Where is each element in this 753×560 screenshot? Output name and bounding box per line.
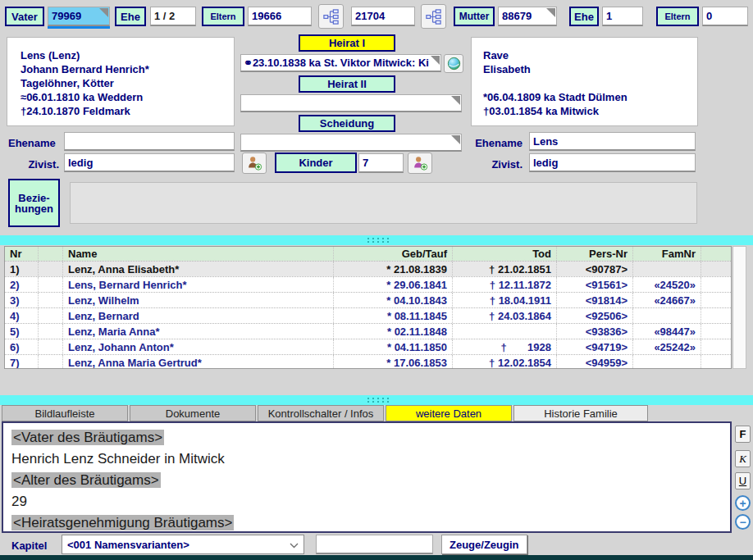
child-cell: 5) [5, 324, 38, 339]
child-row[interactable]: 3) Lenz, Wilhelm* 04.10.1843† 18.04.1911… [5, 292, 731, 307]
ehename-left-field[interactable] [64, 132, 235, 151]
child-cell [701, 324, 731, 339]
child-cell [701, 355, 731, 369]
add-son-button[interactable] [242, 153, 267, 174]
child-cell: † 12.11.1872 [452, 277, 556, 292]
child-cell: * 17.06.1853 [333, 355, 452, 369]
window-bottom-edge [0, 555, 753, 560]
child-row[interactable]: 5) Lenz, Maria Anna** 02.11.1848 <93836>… [5, 323, 731, 339]
scheidung-button[interactable]: Scheidung [299, 115, 395, 132]
zivist-left-field[interactable]: ledig [64, 153, 235, 172]
add-daughter-button[interactable] [408, 153, 432, 174]
editor-line: <Alter des Bräutigams> [11, 470, 722, 491]
heirat2-button[interactable]: Heirat II [299, 75, 395, 93]
ehe-mother-button[interactable]: Ehe [569, 7, 599, 26]
child-cell: 3) [5, 293, 38, 307]
father-info-line: ≈06.01.1810 ka Weddern [21, 90, 234, 104]
vater-button[interactable]: Vater [5, 7, 44, 26]
kapitel-dropdown[interactable]: <001 Namensvarianten> [62, 535, 304, 554]
child-cell: † 21.02.1851 [452, 262, 556, 276]
mother-info-line: Rave [483, 48, 697, 62]
pedigree-tree-icon [322, 8, 340, 25]
ehename-left-label: Ehename [8, 137, 56, 149]
weitere-daten-editor[interactable]: <Vater des Bräutigams>Henrich Lenz Schne… [2, 421, 732, 533]
zoom-out-button[interactable]: − [735, 514, 751, 530]
column-header [38, 247, 62, 261]
web-search-button[interactable] [444, 54, 463, 73]
child-row[interactable]: 6) Lenz, Johann Anton** 04.11.1850† 1928… [5, 339, 731, 354]
kinder-button[interactable]: Kinder [275, 153, 357, 173]
scheidung-field[interactable] [240, 134, 462, 152]
eltern-mother-button[interactable]: Eltern [656, 7, 699, 26]
father-info-line: †24.10.1870 Feldmark [21, 104, 234, 118]
child-cell: <93836> [556, 324, 632, 339]
zivist-left-label: Zivist. [20, 158, 59, 171]
father-info-line: Johann Bernard Henrich* [21, 62, 234, 76]
child-cell: 4) [5, 308, 38, 323]
child-row[interactable]: 4) Lenz, Bernard* 08.11.1845† 24.03.1864… [5, 307, 731, 323]
child-cell [38, 324, 62, 339]
ehe-father-field[interactable]: 1 / 2 [150, 7, 196, 26]
eltern-father-field[interactable]: 19666 [248, 7, 312, 26]
child-cell: Lenz, Maria Anna* [62, 324, 333, 339]
child-cell: <91814> [556, 293, 632, 307]
mother-summary-panel: RaveElisabeth *06.04.1809 ka Stadt Dülme… [471, 37, 698, 126]
child-cell [38, 293, 62, 307]
child-cell: Lenz, Anna Maria Gertrud* [62, 355, 333, 369]
child-cell: * 04.11.1850 [333, 339, 452, 354]
zoom-in-button[interactable]: + [735, 495, 751, 511]
child-cell: * 29.06.1841 [333, 277, 452, 292]
child-cell: 7) [5, 355, 38, 369]
tab-kontrollschalter-infos[interactable]: Kontrollschalter / Infos [258, 405, 384, 421]
mutter-id-field[interactable]: 88679 [498, 7, 557, 26]
tab-dokumente[interactable]: Dokumente [130, 405, 256, 421]
editor-line: 29 [11, 491, 722, 512]
child-cell: * 08.11.1845 [333, 308, 452, 323]
child-cell: † 24.03.1864 [452, 308, 556, 323]
child-cell [701, 277, 731, 292]
zivist-right-field[interactable]: ledig [529, 153, 696, 172]
child-cell: <94719> [556, 339, 632, 354]
pedigree-chart-button[interactable] [318, 4, 344, 29]
eltern-mother-field[interactable]: 0 [702, 7, 748, 26]
heirat2-field[interactable] [240, 94, 462, 112]
eltern-father-button[interactable]: Eltern [202, 7, 244, 26]
beziehungen-button[interactable]: Bezie-hungen [8, 179, 60, 227]
ehename-right-field[interactable]: Lens [529, 132, 696, 151]
child-cell: * 02.11.1848 [333, 324, 452, 339]
child-row[interactable]: 7) Lenz, Anna Maria Gertrud** 17.06.1853… [5, 354, 731, 369]
ehe-mother-field[interactable]: 1 [602, 7, 643, 26]
child-cell: † 1928 [452, 339, 556, 354]
tab-bildlaufleiste[interactable]: Bildlaufleiste [2, 405, 128, 421]
vater-id-field[interactable]: 79969 [48, 7, 110, 26]
children-table-scrollbar[interactable] [732, 246, 746, 369]
ehe-father-button[interactable]: Ehe [115, 7, 146, 26]
child-cell: <94959> [556, 355, 632, 369]
underline-format-button[interactable]: U [735, 472, 751, 489]
father-summary-panel: Lens (Lenz)Johann Bernard Henrich*Tagelö… [7, 37, 235, 126]
witness-input-field[interactable] [316, 535, 433, 554]
mutter-button[interactable]: Mutter [454, 7, 495, 26]
heirat1-button[interactable]: Heirat I [299, 34, 395, 52]
column-header: Nr [5, 247, 38, 261]
mother-info-line: Elisabeth [483, 62, 697, 76]
descendant-chart-button[interactable] [421, 4, 446, 29]
zivist-right-label: Zivist. [480, 158, 523, 171]
tab-weitere-daten[interactable]: weitere Daten [386, 405, 512, 421]
child-cell: * 21.08.1839 [333, 262, 452, 276]
heirat1-field[interactable]: ⚭23.10.1838 ka St. Viktor Mitwick: Ki [240, 54, 441, 72]
family-record-window: Vater 79969 Ehe 1 / 2 Eltern 19666 21704 [0, 0, 753, 560]
child-cell: † 12.02.1854 [452, 355, 556, 369]
zeuge-zeugin-button[interactable]: Zeuge/Zeugin [441, 535, 527, 554]
italic-format-button[interactable]: K [735, 450, 751, 467]
child-row[interactable]: 2) Lens, Bernard Henrich** 29.06.1841† 1… [5, 276, 731, 292]
child-cell [38, 339, 62, 354]
bold-format-button[interactable]: F [735, 426, 751, 443]
family-id-field[interactable]: 21704 [351, 7, 415, 26]
child-cell [701, 262, 731, 276]
child-row[interactable]: 1) Lenz, Anna Elisabeth** 21.08.1839† 21… [5, 261, 731, 276]
tab-historie-familie[interactable]: Historie Familie [513, 405, 648, 421]
kapitel-dropdown-value: <001 Namensvarianten> [67, 539, 189, 551]
kinder-count-field[interactable]: 7 [358, 153, 404, 173]
relations-panel [70, 182, 697, 224]
